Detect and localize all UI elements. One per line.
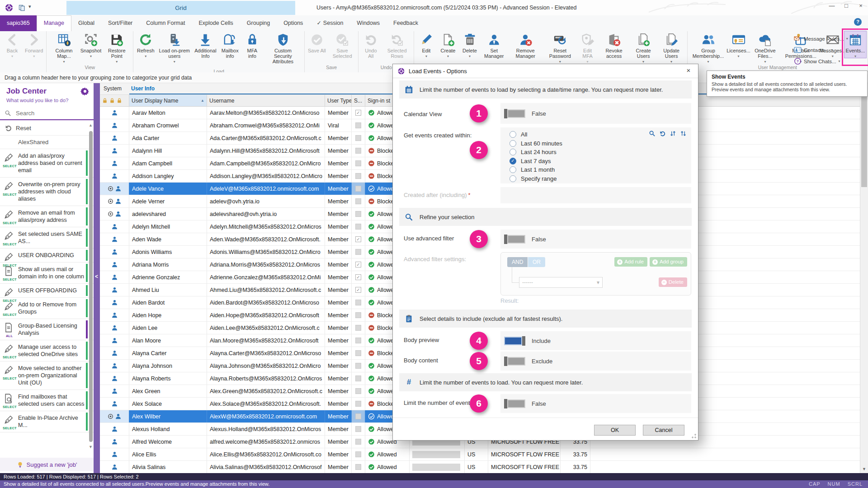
ribbon-button-restore-point[interactable]: Restore Point ▾ (102, 31, 132, 63)
sidebar-collapse-bar[interactable]: < (94, 83, 100, 473)
cell-checkbox[interactable] (352, 423, 365, 435)
ribbon-button-back[interactable]: Back ▾ (1, 31, 23, 58)
tab-grouping[interactable]: Grouping (240, 15, 277, 31)
contextual-tab-grid[interactable]: Grid (66, 1, 295, 15)
sidebar-scroll-down-icon[interactable]: ▼ (89, 445, 93, 449)
ribbon-button-forward[interactable]: Forward ▾ (23, 31, 45, 58)
sidebar-item-user-onboarding[interactable]: SELECT USER ONBOARDING (0, 249, 94, 263)
table-row[interactable]: Alivia Salinas Alivia.Salinas@M365x85832… (100, 461, 860, 474)
job-center-gear-icon[interactable] (80, 87, 90, 96)
tab-explode-cells[interactable]: Explode Cells (192, 15, 240, 31)
zoom-icon[interactable] (649, 130, 656, 137)
cell-checkbox[interactable] (352, 461, 365, 473)
quick-access-copy-icon[interactable] (18, 4, 25, 11)
sidebar-item-set-selected-users-same-as[interactable]: SELECT Set selected users SAME AS... (0, 227, 94, 249)
sort-descending-icon[interactable] (680, 130, 687, 137)
ribbon-button-undo-all[interactable]: Undo All (360, 31, 382, 63)
cell-checkbox[interactable] (352, 398, 365, 410)
ribbon-button-edit-mfa[interactable]: Edit MFA ▾ (577, 31, 599, 63)
cell-checkbox[interactable] (352, 132, 365, 144)
cell-checkbox[interactable] (352, 334, 365, 347)
ribbon-button-mfa-info[interactable]: MFA info (241, 31, 263, 63)
sidebar-item-overwrite-on-prem-proxy-addresses-with-c[interactable]: SELECT Overwrite on-prem proxy addresses… (0, 178, 94, 206)
tab-sapio365[interactable]: sapio365 (0, 15, 37, 31)
cell-checkbox[interactable] (352, 322, 365, 334)
calendar-view-toggle[interactable] (504, 109, 525, 118)
cell-checkbox[interactable]: ✓ (352, 233, 365, 245)
cell-checkbox[interactable]: ✓ (352, 258, 365, 271)
scroll-down-icon[interactable]: ▼ (860, 465, 868, 473)
help-icon[interactable]: ? (854, 18, 862, 26)
cancel-button[interactable]: Cancel (643, 425, 684, 436)
cell-checkbox[interactable] (352, 208, 365, 220)
radio-last-24-hours[interactable]: Last 24 hours (509, 149, 691, 155)
ribbon-button-refresh[interactable]: Refresh ▾ (135, 31, 156, 58)
radio-last-7-days[interactable]: ✓ Last 7 days (509, 158, 691, 164)
ribbon-button-group-membership[interactable]: Group Membership... ▾ (689, 31, 728, 63)
cell-checkbox[interactable] (352, 410, 365, 422)
resize-grip[interactable] (691, 433, 697, 439)
header-username[interactable]: Username (207, 95, 325, 106)
ok-button[interactable]: OK (594, 425, 636, 436)
cell-checkbox[interactable] (352, 246, 365, 258)
cell-checkbox[interactable] (352, 347, 365, 359)
header-user-display-name[interactable]: User Display Name ▲ (129, 95, 207, 106)
ribbon-stack-message-rules[interactable]: Message Rules... ▾ (794, 33, 865, 44)
cell-checkbox[interactable]: ✓ (352, 107, 365, 119)
advanced-filter-toggle[interactable] (504, 235, 525, 244)
tab-sort-filter[interactable]: Sort/Filter (101, 15, 139, 31)
sidebar-scroll-up-icon[interactable]: ▲ (89, 123, 93, 127)
ribbon-button-column-map[interactable]: Column Map... ▾ (48, 31, 80, 63)
ribbon-button-onedrive-files[interactable]: OneDrive Files... ▾ (750, 31, 781, 63)
header-user-type[interactable]: User Type (325, 95, 352, 106)
band-system[interactable]: System (100, 83, 129, 94)
cell-checkbox[interactable]: ✓ (352, 271, 365, 283)
search-input[interactable] (15, 109, 80, 117)
cell-checkbox[interactable] (352, 157, 365, 169)
minimize-button[interactable]: — (828, 2, 835, 9)
scrollbar-thumb[interactable] (861, 92, 867, 187)
ribbon-button-delete[interactable]: Delete ▾ (459, 31, 481, 58)
cell-checkbox[interactable] (352, 385, 365, 397)
tab-manage[interactable]: Manage (37, 15, 71, 32)
cell-checkbox[interactable] (352, 448, 365, 460)
table-row[interactable]: Alice Ellis Alice.Ellis@M365x85832012.On… (100, 448, 860, 461)
ribbon-button-create-users[interactable]: Create Users ▾ (630, 31, 657, 63)
ribbon-button-remove-manager[interactable]: Remove Manager (507, 31, 543, 63)
sidebar-item-move-selected-to-another-on-prem-organiz[interactable]: SELECT Move selected to another on-prem … (0, 361, 94, 390)
reset-filter-icon[interactable] (659, 130, 666, 137)
ribbon-button-save-selected[interactable]: Save Selected (328, 31, 357, 63)
tab-feedback[interactable]: Feedback (387, 15, 425, 31)
grid-vertical-scrollbar[interactable]: ▲ ▼ (860, 83, 868, 474)
ribbon-button-additional-info[interactable]: Additional Info (192, 31, 218, 63)
sidebar-scrollbar[interactable] (89, 131, 93, 442)
tab-global[interactable]: Global (71, 15, 101, 31)
cell-checkbox[interactable] (352, 195, 365, 207)
cell-checkbox[interactable] (352, 372, 365, 385)
sidebar-item-show-all-users-mail-or-domain-info-in-on[interactable]: SELECT Show all users mail or domain inf… (0, 263, 94, 284)
sidebar-item-remove-an-email-from-alias-proxy-address[interactable]: SELECT Remove an email from alias/proxy … (0, 206, 94, 227)
quick-access-caret-icon[interactable]: ▾ (28, 4, 31, 9)
cell-checkbox[interactable] (352, 119, 365, 131)
ribbon-stack-contacts[interactable]: Contacts... ▾ (794, 44, 865, 56)
ribbon-button-set-manager[interactable]: Set Manager (481, 31, 508, 63)
ribbon-button-edit[interactable]: Edit ▾ (415, 31, 437, 58)
cell-checkbox[interactable] (352, 145, 365, 157)
sidebar-item-manage-user-access-to-selected-onedrive-[interactable]: SELECT Manage user access to selected On… (0, 340, 94, 361)
ribbon-stack-show-chats[interactable]: ? Show Chats... ▾ (794, 56, 865, 67)
sidebar-item-add-an-alias-proxy-address-based-on-curr[interactable]: SELECT Add an alias/proxy address based … (0, 149, 94, 178)
ribbon-button-reset-password[interactable]: *** Reset Password ▾ (543, 31, 577, 63)
sidebar-item-group-based-licensing-analysis[interactable]: ALL Group-Based Licensing Analysis (0, 319, 94, 340)
or-operator-button[interactable]: OR (528, 257, 545, 267)
add-group-button[interactable]: +Add group (650, 257, 687, 267)
tab-session[interactable]: ✓Session (310, 15, 350, 31)
saved-search-alexshared[interactable]: AlexShared (0, 136, 94, 149)
radio-last-1-month[interactable]: Last 1 month (509, 166, 691, 173)
radio-specify-range[interactable]: Specify range (509, 175, 691, 182)
ribbon-button-mailbox-info[interactable]: Mailbox info (219, 31, 241, 63)
limit-events-toggle[interactable] (504, 399, 525, 408)
reset-button[interactable]: Reset (0, 121, 94, 136)
job-search-field[interactable] (0, 107, 94, 120)
ribbon-button-update-users[interactable]: Update Users ▾ (657, 31, 686, 63)
ribbon-button-create[interactable]: Create ▾ (437, 31, 459, 58)
